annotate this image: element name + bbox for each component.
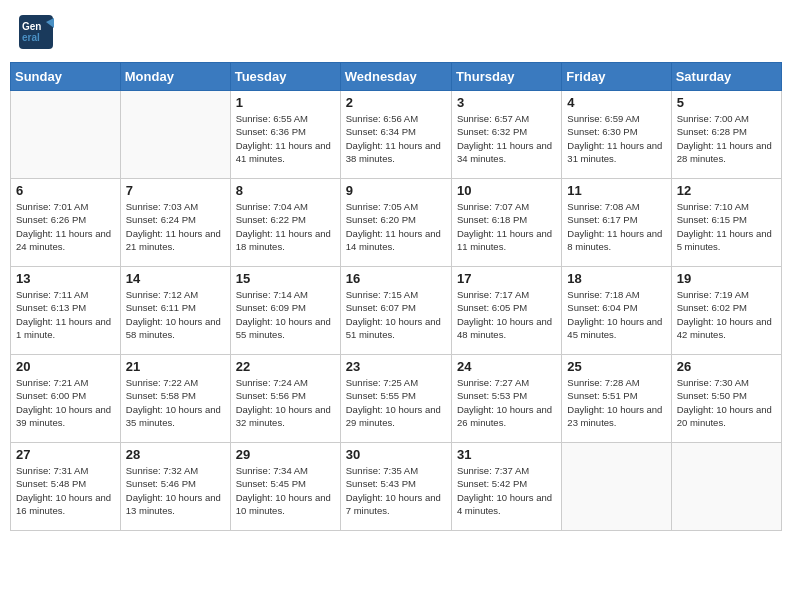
day-info: Sunrise: 7:32 AM Sunset: 5:46 PM Dayligh… [126,464,225,517]
day-number: 24 [457,359,556,374]
day-info: Sunrise: 7:12 AM Sunset: 6:11 PM Dayligh… [126,288,225,341]
day-number: 9 [346,183,446,198]
day-info: Sunrise: 7:07 AM Sunset: 6:18 PM Dayligh… [457,200,556,253]
day-number: 3 [457,95,556,110]
day-of-week-header: Saturday [671,63,781,91]
calendar-cell: 30Sunrise: 7:35 AM Sunset: 5:43 PM Dayli… [340,443,451,531]
day-number: 31 [457,447,556,462]
day-info: Sunrise: 7:22 AM Sunset: 5:58 PM Dayligh… [126,376,225,429]
day-info: Sunrise: 7:30 AM Sunset: 5:50 PM Dayligh… [677,376,776,429]
calendar-cell: 11Sunrise: 7:08 AM Sunset: 6:17 PM Dayli… [562,179,671,267]
day-info: Sunrise: 7:24 AM Sunset: 5:56 PM Dayligh… [236,376,335,429]
day-info: Sunrise: 7:11 AM Sunset: 6:13 PM Dayligh… [16,288,115,341]
day-info: Sunrise: 7:19 AM Sunset: 6:02 PM Dayligh… [677,288,776,341]
svg-text:eral: eral [22,32,40,43]
day-number: 6 [16,183,115,198]
calendar-cell: 8Sunrise: 7:04 AM Sunset: 6:22 PM Daylig… [230,179,340,267]
calendar-cell: 20Sunrise: 7:21 AM Sunset: 6:00 PM Dayli… [11,355,121,443]
day-info: Sunrise: 6:56 AM Sunset: 6:34 PM Dayligh… [346,112,446,165]
day-of-week-header: Wednesday [340,63,451,91]
calendar-cell: 18Sunrise: 7:18 AM Sunset: 6:04 PM Dayli… [562,267,671,355]
day-number: 21 [126,359,225,374]
calendar-week-row: 1Sunrise: 6:55 AM Sunset: 6:36 PM Daylig… [11,91,782,179]
day-number: 27 [16,447,115,462]
calendar-cell: 28Sunrise: 7:32 AM Sunset: 5:46 PM Dayli… [120,443,230,531]
day-number: 13 [16,271,115,286]
calendar-cell: 3Sunrise: 6:57 AM Sunset: 6:32 PM Daylig… [451,91,561,179]
calendar-cell: 12Sunrise: 7:10 AM Sunset: 6:15 PM Dayli… [671,179,781,267]
day-number: 14 [126,271,225,286]
calendar-cell: 22Sunrise: 7:24 AM Sunset: 5:56 PM Dayli… [230,355,340,443]
calendar-week-row: 13Sunrise: 7:11 AM Sunset: 6:13 PM Dayli… [11,267,782,355]
day-info: Sunrise: 7:21 AM Sunset: 6:00 PM Dayligh… [16,376,115,429]
calendar-cell: 15Sunrise: 7:14 AM Sunset: 6:09 PM Dayli… [230,267,340,355]
day-number: 30 [346,447,446,462]
calendar-header-row: SundayMondayTuesdayWednesdayThursdayFrid… [11,63,782,91]
day-number: 1 [236,95,335,110]
day-of-week-header: Thursday [451,63,561,91]
day-info: Sunrise: 7:31 AM Sunset: 5:48 PM Dayligh… [16,464,115,517]
day-number: 15 [236,271,335,286]
calendar-cell: 7Sunrise: 7:03 AM Sunset: 6:24 PM Daylig… [120,179,230,267]
calendar-cell: 4Sunrise: 6:59 AM Sunset: 6:30 PM Daylig… [562,91,671,179]
calendar-week-row: 6Sunrise: 7:01 AM Sunset: 6:26 PM Daylig… [11,179,782,267]
calendar-cell: 10Sunrise: 7:07 AM Sunset: 6:18 PM Dayli… [451,179,561,267]
day-of-week-header: Monday [120,63,230,91]
day-info: Sunrise: 7:15 AM Sunset: 6:07 PM Dayligh… [346,288,446,341]
calendar-cell: 16Sunrise: 7:15 AM Sunset: 6:07 PM Dayli… [340,267,451,355]
day-info: Sunrise: 7:03 AM Sunset: 6:24 PM Dayligh… [126,200,225,253]
day-info: Sunrise: 6:57 AM Sunset: 6:32 PM Dayligh… [457,112,556,165]
day-info: Sunrise: 7:14 AM Sunset: 6:09 PM Dayligh… [236,288,335,341]
calendar-cell: 31Sunrise: 7:37 AM Sunset: 5:42 PM Dayli… [451,443,561,531]
day-number: 16 [346,271,446,286]
calendar-cell [120,91,230,179]
day-number: 25 [567,359,665,374]
calendar-cell: 6Sunrise: 7:01 AM Sunset: 6:26 PM Daylig… [11,179,121,267]
day-number: 22 [236,359,335,374]
day-info: Sunrise: 7:37 AM Sunset: 5:42 PM Dayligh… [457,464,556,517]
calendar-cell: 29Sunrise: 7:34 AM Sunset: 5:45 PM Dayli… [230,443,340,531]
day-info: Sunrise: 7:05 AM Sunset: 6:20 PM Dayligh… [346,200,446,253]
day-number: 23 [346,359,446,374]
day-number: 19 [677,271,776,286]
day-number: 28 [126,447,225,462]
day-info: Sunrise: 6:59 AM Sunset: 6:30 PM Dayligh… [567,112,665,165]
day-number: 10 [457,183,556,198]
calendar-cell: 25Sunrise: 7:28 AM Sunset: 5:51 PM Dayli… [562,355,671,443]
logo: Gen eral [18,14,56,50]
calendar-cell: 23Sunrise: 7:25 AM Sunset: 5:55 PM Dayli… [340,355,451,443]
day-number: 20 [16,359,115,374]
calendar-cell: 1Sunrise: 6:55 AM Sunset: 6:36 PM Daylig… [230,91,340,179]
calendar-cell: 17Sunrise: 7:17 AM Sunset: 6:05 PM Dayli… [451,267,561,355]
day-info: Sunrise: 7:27 AM Sunset: 5:53 PM Dayligh… [457,376,556,429]
day-of-week-header: Friday [562,63,671,91]
day-info: Sunrise: 7:34 AM Sunset: 5:45 PM Dayligh… [236,464,335,517]
day-info: Sunrise: 6:55 AM Sunset: 6:36 PM Dayligh… [236,112,335,165]
day-number: 5 [677,95,776,110]
day-info: Sunrise: 7:18 AM Sunset: 6:04 PM Dayligh… [567,288,665,341]
day-info: Sunrise: 7:35 AM Sunset: 5:43 PM Dayligh… [346,464,446,517]
calendar-week-row: 27Sunrise: 7:31 AM Sunset: 5:48 PM Dayli… [11,443,782,531]
day-info: Sunrise: 7:01 AM Sunset: 6:26 PM Dayligh… [16,200,115,253]
calendar-cell: 5Sunrise: 7:00 AM Sunset: 6:28 PM Daylig… [671,91,781,179]
day-info: Sunrise: 7:00 AM Sunset: 6:28 PM Dayligh… [677,112,776,165]
calendar-cell: 24Sunrise: 7:27 AM Sunset: 5:53 PM Dayli… [451,355,561,443]
calendar-table: SundayMondayTuesdayWednesdayThursdayFrid… [10,62,782,531]
day-number: 11 [567,183,665,198]
calendar-cell: 21Sunrise: 7:22 AM Sunset: 5:58 PM Dayli… [120,355,230,443]
calendar-cell [671,443,781,531]
day-number: 12 [677,183,776,198]
day-info: Sunrise: 7:28 AM Sunset: 5:51 PM Dayligh… [567,376,665,429]
day-info: Sunrise: 7:10 AM Sunset: 6:15 PM Dayligh… [677,200,776,253]
day-info: Sunrise: 7:17 AM Sunset: 6:05 PM Dayligh… [457,288,556,341]
day-number: 2 [346,95,446,110]
calendar-cell: 27Sunrise: 7:31 AM Sunset: 5:48 PM Dayli… [11,443,121,531]
calendar-cell: 14Sunrise: 7:12 AM Sunset: 6:11 PM Dayli… [120,267,230,355]
calendar-week-row: 20Sunrise: 7:21 AM Sunset: 6:00 PM Dayli… [11,355,782,443]
day-number: 18 [567,271,665,286]
day-of-week-header: Sunday [11,63,121,91]
day-number: 26 [677,359,776,374]
svg-text:Gen: Gen [22,21,41,32]
calendar-cell: 26Sunrise: 7:30 AM Sunset: 5:50 PM Dayli… [671,355,781,443]
calendar-cell [562,443,671,531]
